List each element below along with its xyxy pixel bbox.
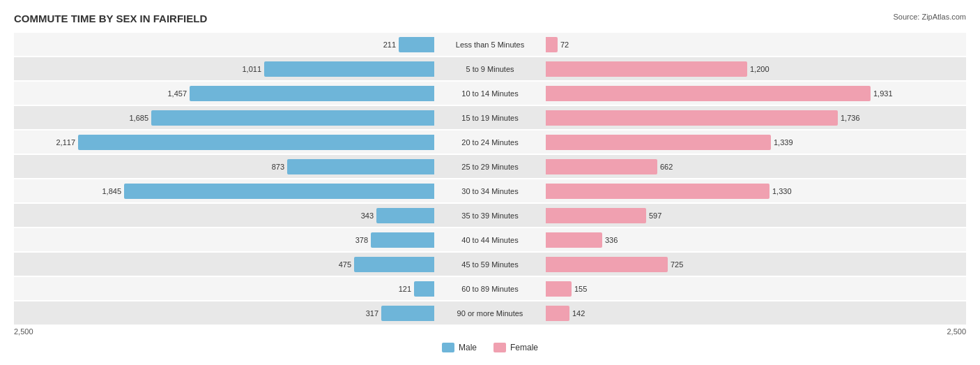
row-label: 35 to 39 Minutes xyxy=(434,211,546,220)
bars-area: 1,6851,73615 to 19 Minutes xyxy=(14,106,966,129)
row-label: 45 to 59 Minutes xyxy=(434,260,546,269)
bar-row: 1,8451,33030 to 34 Minutes xyxy=(14,179,966,202)
bar-row: 31714290 or more Minutes xyxy=(14,301,966,325)
chart-container: COMMUTE TIME BY SEX IN FAIRFIELD Source:… xyxy=(0,0,980,365)
axis-labels: 2,500 2,500 xyxy=(14,327,966,336)
legend: Male Female xyxy=(14,343,966,352)
male-value-label: 2,117 xyxy=(56,135,490,150)
legend-male-label: Male xyxy=(459,343,477,352)
legend-male: Male xyxy=(442,343,477,352)
chart-body: 21172Less than 5 Minutes1,0111,2005 to 9… xyxy=(14,33,966,325)
bars-area: 47572545 to 59 Minutes xyxy=(14,253,966,276)
bars-area: 87366225 to 29 Minutes xyxy=(14,155,966,178)
bars-area: 31714290 or more Minutes xyxy=(14,301,966,325)
bar-row: 1,0111,2005 to 9 Minutes xyxy=(14,57,966,80)
row-label: Less than 5 Minutes xyxy=(434,40,546,49)
legend-female: Female xyxy=(493,343,538,352)
axis-left-label: 2,500 xyxy=(14,327,33,336)
legend-male-box xyxy=(442,343,454,352)
bars-area: 34359735 to 39 Minutes xyxy=(14,204,966,227)
bars-area: 2,1171,33920 to 24 Minutes xyxy=(14,131,966,154)
row-label: 30 to 34 Minutes xyxy=(434,187,546,195)
bar-row: 34359735 to 39 Minutes xyxy=(14,204,966,227)
row-label: 10 to 14 Minutes xyxy=(434,89,546,98)
bars-area: 12115560 to 89 Minutes xyxy=(14,277,966,300)
bar-row: 21172Less than 5 Minutes xyxy=(14,33,966,56)
bars-area: 1,8451,33030 to 34 Minutes xyxy=(14,179,966,202)
chart-source: Source: ZipAtlas.com xyxy=(893,13,966,21)
bars-area: 21172Less than 5 Minutes xyxy=(14,33,966,56)
bar-row: 37833640 to 44 Minutes xyxy=(14,228,966,251)
bar-row: 1,6851,73615 to 19 Minutes xyxy=(14,106,966,129)
row-label: 15 to 19 Minutes xyxy=(434,114,546,122)
row-label: 25 to 29 Minutes xyxy=(434,163,546,171)
female-value-label: 1,931 xyxy=(490,86,893,101)
axis-right-label: 2,500 xyxy=(947,327,966,336)
row-label: 90 or more Minutes xyxy=(434,309,546,318)
bars-area: 37833640 to 44 Minutes xyxy=(14,228,966,251)
chart-title: COMMUTE TIME BY SEX IN FAIRFIELD xyxy=(14,13,207,24)
legend-female-box xyxy=(493,343,506,352)
bar-row: 87366225 to 29 Minutes xyxy=(14,155,966,178)
bar-row: 47572545 to 59 Minutes xyxy=(14,253,966,276)
bars-area: 1,4571,93110 to 14 Minutes xyxy=(14,82,966,105)
legend-female-label: Female xyxy=(510,343,538,352)
male-value-label: 1,845 xyxy=(102,184,490,199)
bar-row: 12115560 to 89 Minutes xyxy=(14,277,966,300)
bar-row: 2,1171,33920 to 24 Minutes xyxy=(14,131,966,154)
bar-row: 1,4571,93110 to 14 Minutes xyxy=(14,82,966,105)
row-label: 60 to 89 Minutes xyxy=(434,285,546,293)
row-label: 5 to 9 Minutes xyxy=(434,65,546,73)
row-label: 40 to 44 Minutes xyxy=(434,236,546,244)
chart-header: COMMUTE TIME BY SEX IN FAIRFIELD Source:… xyxy=(14,13,966,24)
row-label: 20 to 24 Minutes xyxy=(434,138,546,147)
bars-area: 1,0111,2005 to 9 Minutes xyxy=(14,57,966,80)
